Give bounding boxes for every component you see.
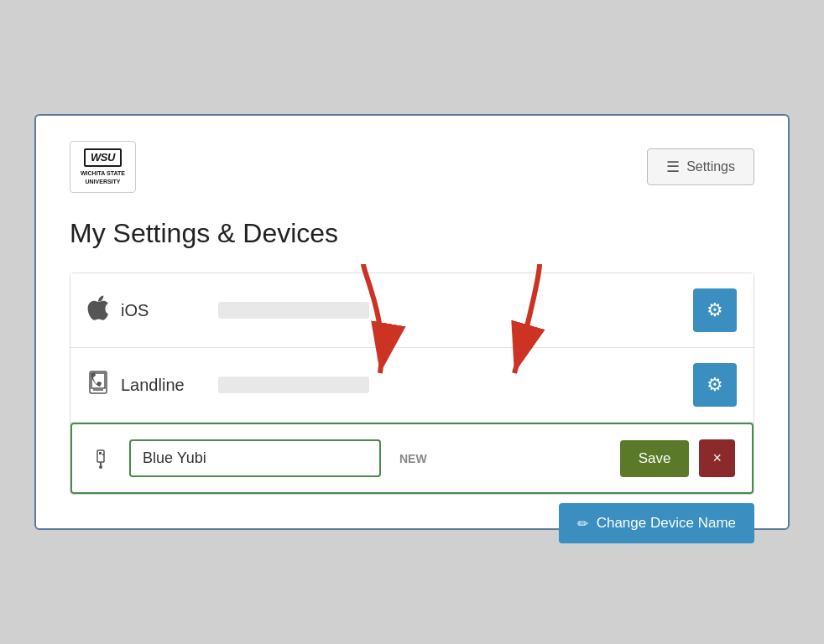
settings-button-label: Settings [686,159,735,174]
gear-icon-2: ⚙ [707,374,723,396]
new-badge: NEW [399,452,427,465]
change-device-name-label: Change Device Name [597,515,736,532]
apple-icon [87,295,121,326]
device-row-landline: Landline ⚙ [70,348,754,423]
save-button[interactable]: Save [620,440,690,477]
logo-wsu-text: WSU [91,151,115,164]
device-name-input[interactable] [129,439,381,477]
change-device-name-dropdown[interactable]: ✏ Change Device Name [559,503,754,543]
header: WSU WICHITA STATE UNIVERSITY ☰ Settings [70,141,754,194]
usb-icon [89,447,119,470]
device-row-yubikey: NEW Save × [70,423,754,494]
gear-icon: ⚙ [707,299,723,321]
svg-rect-1 [99,452,102,454]
landline-placeholder [218,377,369,393]
logo-university-name: WICHITA STATE UNIVERSITY [81,169,125,186]
main-window: WSU WICHITA STATE UNIVERSITY ☰ Settings … [34,114,790,531]
menu-icon: ☰ [666,158,680,176]
devices-wrapper: iOS ⚙ Landline ⚙ [70,273,754,495]
landline-gear-button[interactable]: ⚙ [693,363,737,407]
phone-icon [87,370,121,401]
settings-button[interactable]: ☰ Settings [647,148,754,185]
cancel-button[interactable]: × [699,439,735,477]
svg-point-4 [99,465,102,469]
page-title: My Settings & Devices [70,218,754,249]
logo: WSU WICHITA STATE UNIVERSITY [70,141,136,194]
pencil-icon: ✏ [577,516,588,532]
svg-rect-2 [102,454,104,455]
device-row-ios: iOS ⚙ [70,273,754,348]
ios-label: iOS [121,301,205,320]
ios-placeholder [218,302,369,319]
ios-gear-button[interactable]: ⚙ [693,288,737,332]
landline-label: Landline [121,376,205,395]
devices-list: iOS ⚙ Landline ⚙ [70,273,754,495]
